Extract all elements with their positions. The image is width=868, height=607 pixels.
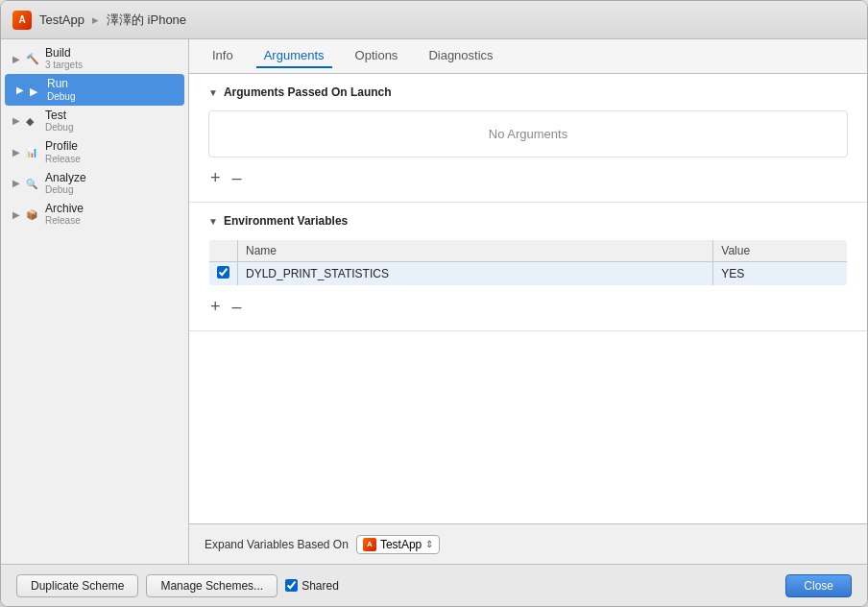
- env-collapse-icon[interactable]: ▼: [208, 216, 218, 227]
- sidebar-item-analyze[interactable]: ▶ Analyze Debug: [1, 168, 188, 199]
- arguments-remove-button[interactable]: –: [230, 169, 244, 186]
- env-title: Environment Variables: [224, 214, 348, 228]
- arguments-title: Arguments Passed On Launch: [224, 85, 392, 99]
- arguments-section: ▼ Arguments Passed On Launch No Argument…: [189, 74, 867, 203]
- action-bar: Duplicate Scheme Manage Schemes... Share…: [1, 564, 867, 606]
- env-header: ▼ Environment Variables: [208, 214, 848, 228]
- archive-name: Archive: [45, 202, 84, 215]
- arguments-collapse-icon[interactable]: ▼: [208, 87, 218, 98]
- build-arrow: ▶: [12, 54, 22, 64]
- tab-arguments[interactable]: Arguments: [256, 44, 332, 68]
- shared-label[interactable]: Shared: [301, 579, 339, 593]
- main-content: ▶ Build 3 targets ▶ Run Debug ▶: [1, 39, 867, 564]
- env-add-button[interactable]: +: [208, 298, 223, 315]
- tabs-bar: Info Arguments Options Diagnostics: [189, 39, 867, 74]
- close-button[interactable]: Close: [785, 574, 852, 597]
- env-col-value: Value: [713, 240, 848, 262]
- xcode-logo: A: [12, 11, 32, 30]
- expand-select-value: TestApp: [380, 538, 422, 551]
- manage-schemes-button[interactable]: Manage Schemes...: [146, 574, 277, 597]
- titlebar: A TestApp ▸ 澤澤的 iPhone: [1, 1, 867, 39]
- panel-body: ▼ Arguments Passed On Launch No Argument…: [189, 74, 867, 523]
- sidebar-item-test[interactable]: ▶ Test Debug: [1, 106, 188, 136]
- tab-info[interactable]: Info: [205, 44, 241, 68]
- profile-arrow: ▶: [12, 147, 22, 158]
- tab-diagnostics[interactable]: Diagnostics: [421, 44, 500, 68]
- test-icon: [26, 113, 41, 129]
- sidebar-item-archive[interactable]: ▶ Archive Release: [1, 199, 188, 230]
- duplicate-scheme-button[interactable]: Duplicate Scheme: [16, 574, 138, 597]
- build-icon: [26, 51, 41, 66]
- titlebar-separator: ▸: [92, 12, 99, 27]
- sidebar-item-run[interactable]: ▶ Run Debug: [5, 74, 184, 105]
- build-name: Build: [45, 46, 83, 60]
- expand-select[interactable]: A TestApp ⇕: [356, 535, 440, 554]
- device-name: 澤澤的 iPhone: [107, 12, 186, 29]
- expand-footer: Expand Variables Based On A TestApp ⇕: [189, 523, 867, 564]
- sidebar: ▶ Build 3 targets ▶ Run Debug ▶: [1, 39, 189, 564]
- sidebar-item-profile[interactable]: ▶ Profile Release: [1, 136, 188, 167]
- arguments-add-button[interactable]: +: [208, 169, 223, 186]
- analyze-sub: Debug: [45, 184, 86, 196]
- run-name: Run: [47, 77, 75, 90]
- profile-sub: Release: [45, 154, 81, 165]
- profile-name: Profile: [45, 139, 81, 153]
- profile-icon: [26, 144, 41, 159]
- build-sub: 3 targets: [45, 60, 83, 71]
- env-col-check: [209, 240, 238, 262]
- env-row-checkbox[interactable]: [217, 266, 229, 279]
- archive-sub: Release: [45, 215, 84, 227]
- tab-options[interactable]: Options: [348, 44, 406, 68]
- arguments-add-remove: + –: [208, 165, 848, 190]
- arguments-header: ▼ Arguments Passed On Launch: [208, 85, 848, 99]
- analyze-name: Analyze: [45, 171, 86, 184]
- env-add-remove: + –: [208, 294, 848, 319]
- env-row-value: YES: [713, 262, 848, 286]
- run-sub: Debug: [47, 91, 75, 103]
- archive-icon: [26, 206, 41, 222]
- app-name: TestApp: [39, 12, 84, 27]
- test-arrow: ▶: [12, 115, 22, 126]
- env-section: ▼ Environment Variables Name Value: [189, 203, 867, 331]
- env-col-name: Name: [238, 240, 713, 262]
- env-remove-button[interactable]: –: [230, 298, 244, 315]
- expand-select-icon: A: [363, 538, 376, 551]
- archive-arrow: ▶: [12, 209, 22, 220]
- main-window: A TestApp ▸ 澤澤的 iPhone ▶ Build 3 targets…: [0, 0, 868, 607]
- run-icon: [30, 84, 43, 97]
- right-panel: Info Arguments Options Diagnostics ▼ Arg…: [189, 39, 867, 564]
- expand-label: Expand Variables Based On: [205, 538, 349, 551]
- shared-checkbox[interactable]: [285, 579, 298, 592]
- no-arguments-text: No Arguments: [208, 110, 848, 158]
- env-table-row[interactable]: DYLD_PRINT_STATISTICSYES: [209, 262, 848, 286]
- shared-check: Shared: [285, 579, 339, 593]
- test-sub: Debug: [45, 122, 73, 134]
- analyze-icon: [26, 176, 41, 191]
- env-row-name: DYLD_PRINT_STATISTICS: [238, 262, 713, 286]
- env-table: Name Value DYLD_PRINT_STATISTICSYES: [208, 239, 848, 286]
- expand-select-stepper: ⇕: [425, 539, 433, 549]
- run-arrow: ▶: [16, 85, 26, 95]
- sidebar-item-build[interactable]: ▶ Build 3 targets: [1, 43, 188, 74]
- test-name: Test: [45, 109, 73, 122]
- analyze-arrow: ▶: [12, 178, 22, 188]
